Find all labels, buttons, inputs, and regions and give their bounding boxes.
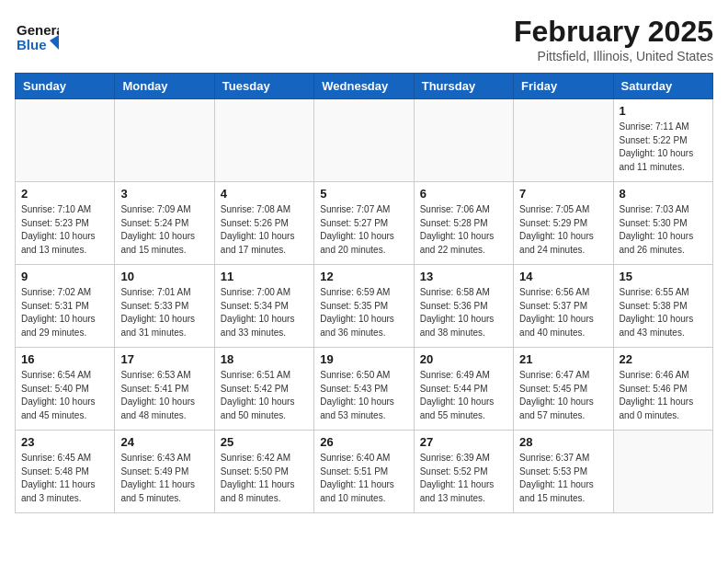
day-info: Sunrise: 6:49 AMSunset: 5:44 PMDaylight:… bbox=[420, 369, 507, 422]
calendar-cell bbox=[16, 99, 115, 182]
day-number: 4 bbox=[221, 187, 308, 201]
calendar-cell: 23Sunrise: 6:45 AMSunset: 5:48 PMDayligh… bbox=[16, 431, 115, 513]
calendar-week-row: 1Sunrise: 7:11 AMSunset: 5:22 PMDaylight… bbox=[16, 99, 713, 182]
calendar-cell bbox=[414, 99, 513, 182]
day-info: Sunrise: 6:54 AMSunset: 5:40 PMDaylight:… bbox=[21, 369, 108, 422]
calendar-cell: 26Sunrise: 6:40 AMSunset: 5:51 PMDayligh… bbox=[314, 431, 414, 513]
day-info: Sunrise: 6:39 AMSunset: 5:52 PMDaylight:… bbox=[420, 452, 507, 505]
calendar-body: 1Sunrise: 7:11 AMSunset: 5:22 PMDaylight… bbox=[16, 99, 713, 513]
day-info: Sunrise: 7:08 AMSunset: 5:26 PMDaylight:… bbox=[221, 203, 308, 257]
calendar-cell: 2Sunrise: 7:10 AMSunset: 5:23 PMDaylight… bbox=[16, 182, 115, 265]
day-info: Sunrise: 6:59 AMSunset: 5:35 PMDaylight:… bbox=[320, 286, 407, 339]
day-info: Sunrise: 7:05 AMSunset: 5:29 PMDaylight:… bbox=[519, 203, 607, 257]
day-info: Sunrise: 7:00 AMSunset: 5:34 PMDaylight:… bbox=[221, 286, 308, 339]
day-info: Sunrise: 7:09 AMSunset: 5:24 PMDaylight:… bbox=[120, 203, 208, 257]
day-number: 22 bbox=[620, 352, 707, 366]
day-of-week-header: Friday bbox=[514, 74, 613, 99]
day-number: 8 bbox=[620, 187, 707, 201]
day-info: Sunrise: 6:43 AMSunset: 5:49 PMDaylight:… bbox=[120, 452, 208, 505]
calendar-cell: 24Sunrise: 6:43 AMSunset: 5:49 PMDayligh… bbox=[115, 431, 214, 513]
day-info: Sunrise: 6:55 AMSunset: 5:38 PMDaylight:… bbox=[620, 286, 707, 339]
calendar-cell: 3Sunrise: 7:09 AMSunset: 5:24 PMDaylight… bbox=[115, 182, 214, 265]
day-number: 9 bbox=[21, 270, 108, 283]
day-number: 24 bbox=[120, 435, 208, 449]
day-number: 11 bbox=[221, 270, 308, 283]
calendar-cell: 15Sunrise: 6:55 AMSunset: 5:38 PMDayligh… bbox=[613, 265, 712, 348]
calendar-cell bbox=[214, 99, 313, 182]
day-number: 15 bbox=[620, 270, 707, 283]
day-number: 12 bbox=[320, 270, 407, 283]
day-info: Sunrise: 6:50 AMSunset: 5:43 PMDaylight:… bbox=[320, 369, 407, 422]
calendar-cell: 21Sunrise: 6:47 AMSunset: 5:45 PMDayligh… bbox=[514, 348, 613, 431]
day-of-week-header: Sunday bbox=[16, 74, 115, 99]
day-info: Sunrise: 6:45 AMSunset: 5:48 PMDaylight:… bbox=[21, 452, 108, 505]
day-of-week-header: Monday bbox=[115, 74, 214, 99]
day-info: Sunrise: 6:47 AMSunset: 5:45 PMDaylight:… bbox=[519, 369, 607, 422]
calendar-cell: 14Sunrise: 6:56 AMSunset: 5:37 PMDayligh… bbox=[514, 265, 613, 348]
day-number: 18 bbox=[221, 352, 308, 366]
logo-icon: General Blue bbox=[15, 15, 59, 59]
calendar-cell: 10Sunrise: 7:01 AMSunset: 5:33 PMDayligh… bbox=[115, 265, 214, 348]
calendar-cell bbox=[115, 99, 214, 182]
day-number: 13 bbox=[420, 270, 507, 283]
calendar-cell: 20Sunrise: 6:49 AMSunset: 5:44 PMDayligh… bbox=[414, 348, 513, 431]
calendar-cell: 11Sunrise: 7:00 AMSunset: 5:34 PMDayligh… bbox=[214, 265, 313, 348]
day-info: Sunrise: 7:11 AMSunset: 5:22 PMDaylight:… bbox=[620, 121, 707, 174]
day-info: Sunrise: 6:46 AMSunset: 5:46 PMDaylight:… bbox=[620, 369, 707, 422]
calendar-cell: 27Sunrise: 6:39 AMSunset: 5:52 PMDayligh… bbox=[414, 431, 513, 513]
calendar-cell: 22Sunrise: 6:46 AMSunset: 5:46 PMDayligh… bbox=[613, 348, 712, 431]
day-number: 10 bbox=[120, 270, 208, 283]
calendar-cell: 18Sunrise: 6:51 AMSunset: 5:42 PMDayligh… bbox=[214, 348, 313, 431]
calendar-cell bbox=[514, 99, 613, 182]
day-of-week-header: Saturday bbox=[613, 74, 712, 99]
calendar-cell: 28Sunrise: 6:37 AMSunset: 5:53 PMDayligh… bbox=[514, 431, 613, 513]
day-number: 20 bbox=[420, 352, 507, 366]
day-info: Sunrise: 6:53 AMSunset: 5:41 PMDaylight:… bbox=[120, 369, 208, 422]
calendar-cell: 12Sunrise: 6:59 AMSunset: 5:35 PMDayligh… bbox=[314, 265, 414, 348]
day-info: Sunrise: 6:56 AMSunset: 5:37 PMDaylight:… bbox=[519, 286, 607, 339]
day-number: 14 bbox=[519, 270, 607, 283]
day-info: Sunrise: 6:40 AMSunset: 5:51 PMDaylight:… bbox=[320, 452, 407, 505]
day-info: Sunrise: 6:42 AMSunset: 5:50 PMDaylight:… bbox=[221, 452, 308, 505]
calendar-cell: 9Sunrise: 7:02 AMSunset: 5:31 PMDaylight… bbox=[16, 265, 115, 348]
day-info: Sunrise: 7:10 AMSunset: 5:23 PMDaylight:… bbox=[21, 203, 108, 257]
calendar-week-row: 16Sunrise: 6:54 AMSunset: 5:40 PMDayligh… bbox=[16, 348, 713, 431]
day-number: 5 bbox=[320, 187, 407, 201]
day-number: 27 bbox=[420, 435, 507, 449]
day-number: 7 bbox=[519, 187, 607, 201]
day-number: 26 bbox=[320, 435, 407, 449]
day-of-week-header: Wednesday bbox=[314, 74, 414, 99]
calendar-cell: 7Sunrise: 7:05 AMSunset: 5:29 PMDaylight… bbox=[514, 182, 613, 265]
logo: General Blue bbox=[15, 15, 59, 59]
svg-text:General: General bbox=[17, 22, 59, 38]
page-title: February 2025 bbox=[514, 15, 713, 49]
calendar-cell: 4Sunrise: 7:08 AMSunset: 5:26 PMDaylight… bbox=[214, 182, 313, 265]
calendar-cell: 6Sunrise: 7:06 AMSunset: 5:28 PMDaylight… bbox=[414, 182, 513, 265]
day-number: 2 bbox=[21, 187, 108, 201]
calendar-week-row: 23Sunrise: 6:45 AMSunset: 5:48 PMDayligh… bbox=[16, 431, 713, 513]
calendar-cell: 19Sunrise: 6:50 AMSunset: 5:43 PMDayligh… bbox=[314, 348, 414, 431]
day-of-week-header: Thursday bbox=[414, 74, 513, 99]
calendar-cell: 16Sunrise: 6:54 AMSunset: 5:40 PMDayligh… bbox=[16, 348, 115, 431]
page-header: General Blue February 2025 Pittsfield, I… bbox=[15, 15, 713, 63]
calendar-cell bbox=[314, 99, 414, 182]
day-number: 3 bbox=[120, 187, 208, 201]
calendar-cell: 13Sunrise: 6:58 AMSunset: 5:36 PMDayligh… bbox=[414, 265, 513, 348]
calendar-cell bbox=[613, 431, 712, 513]
day-info: Sunrise: 7:02 AMSunset: 5:31 PMDaylight:… bbox=[21, 286, 108, 339]
day-number: 23 bbox=[21, 435, 108, 449]
day-number: 1 bbox=[620, 104, 707, 118]
day-info: Sunrise: 7:06 AMSunset: 5:28 PMDaylight:… bbox=[420, 203, 507, 257]
calendar-week-row: 9Sunrise: 7:02 AMSunset: 5:31 PMDaylight… bbox=[16, 265, 713, 348]
day-number: 21 bbox=[519, 352, 607, 366]
day-info: Sunrise: 6:58 AMSunset: 5:36 PMDaylight:… bbox=[420, 286, 507, 339]
day-info: Sunrise: 7:07 AMSunset: 5:27 PMDaylight:… bbox=[320, 203, 407, 257]
svg-text:Blue: Blue bbox=[17, 37, 47, 52]
day-number: 28 bbox=[519, 435, 607, 449]
day-info: Sunrise: 6:37 AMSunset: 5:53 PMDaylight:… bbox=[519, 452, 607, 505]
day-info: Sunrise: 7:01 AMSunset: 5:33 PMDaylight:… bbox=[120, 286, 208, 339]
day-of-week-header: Tuesday bbox=[214, 74, 313, 99]
calendar-week-row: 2Sunrise: 7:10 AMSunset: 5:23 PMDaylight… bbox=[16, 182, 713, 265]
title-area: February 2025 Pittsfield, Illinois, Unit… bbox=[514, 15, 713, 63]
calendar-cell: 25Sunrise: 6:42 AMSunset: 5:50 PMDayligh… bbox=[214, 431, 313, 513]
